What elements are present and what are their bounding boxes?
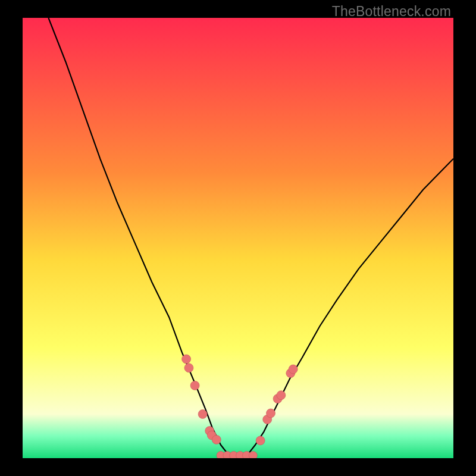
marker-dot <box>190 381 199 390</box>
marker-dot <box>289 365 298 374</box>
marker-dot <box>182 355 191 364</box>
marker-dot <box>184 364 193 372</box>
marker-dot <box>249 452 257 458</box>
markers-bottom <box>217 452 257 458</box>
chart-svg <box>23 18 453 458</box>
marker-dot <box>267 409 275 418</box>
watermark-text: TheBottleneck.com <box>332 4 451 20</box>
marker-dot <box>256 436 265 445</box>
chart-stage: TheBottleneck.com <box>0 0 476 476</box>
plot-area <box>23 18 453 458</box>
marker-dot <box>212 435 221 444</box>
marker-dot <box>198 410 207 419</box>
bottleneck-curve <box>48 18 453 456</box>
marker-dot <box>277 391 286 400</box>
